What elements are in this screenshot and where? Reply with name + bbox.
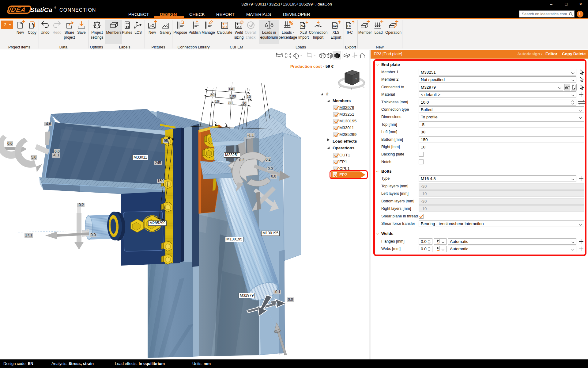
- svg-text:CONNECTION: CONNECTION: [59, 7, 96, 13]
- svg-text:IDEA: IDEA: [8, 6, 27, 13]
- svg-text:®: ®: [54, 6, 56, 9]
- svg-text:XLS: XLS: [301, 24, 306, 27]
- svg-text:XLS: XLS: [333, 24, 338, 27]
- svg-text:IFC: IFC: [347, 24, 351, 27]
- svg-text:StatiCa: StatiCa: [30, 6, 52, 13]
